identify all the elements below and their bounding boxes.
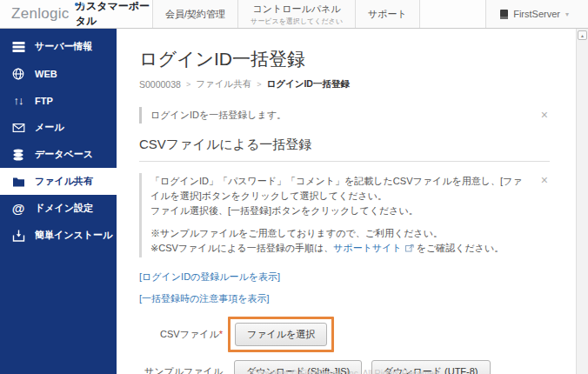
sidebar-item-server-info[interactable]: サーバー情報: [0, 33, 117, 60]
page-notice: ログインIDを一括登録します。 ×: [139, 107, 550, 124]
support-site-link[interactable]: サポートサイト: [333, 243, 402, 253]
instruction-note: ※CSVファイルによる一括登録の手順は、サポートサイトをご確認ください。: [150, 241, 527, 257]
toggle-bulk-register-notes-link[interactable]: [一括登録時の注意事項を表示]: [139, 292, 550, 305]
main-content: ログインID一括登録 S0000038 > ファイル共有 > ログインID一括登…: [117, 29, 576, 374]
breadcrumb: S0000038 > ファイル共有 > ログインID一括登録: [139, 78, 550, 90]
sidebar-item-easy-install[interactable]: 簡単インストール: [0, 222, 117, 249]
notice-text: ログインIDを一括登録します。: [150, 109, 286, 122]
sidebar-item-mail[interactable]: メール: [0, 114, 117, 141]
header-tabs: 会員/契約管理 コントロールパネル サービスを選択してください サポート: [152, 0, 420, 28]
top-header: Zenlogic カスタマーポータル 会員/契約管理 コントロールパネル サービ…: [0, 0, 588, 29]
tab-support[interactable]: サポート: [355, 0, 420, 28]
install-icon: [11, 230, 25, 242]
tab-control-panel[interactable]: コントロールパネル サービスを選択してください: [237, 0, 355, 28]
database-icon: [11, 149, 25, 161]
sidebar-item-database[interactable]: データベース: [0, 141, 117, 168]
tab-sublabel: サービスを選択してください: [251, 17, 343, 26]
note-suffix: をご確認ください。: [417, 243, 504, 253]
sidebar-item-label: ファイル共有: [35, 175, 93, 188]
note-prefix: ※CSVファイルによる一括登録の手順は、: [150, 243, 333, 253]
choose-file-button[interactable]: ファイルを選択: [235, 323, 327, 346]
sidebar-item-domain-settings[interactable]: @ ドメイン設定: [0, 195, 117, 222]
logo-dot-icon: [81, 3, 84, 6]
annotation-highlight-box: ファイルを選択: [228, 317, 334, 352]
vertical-scrollbar[interactable]: ▲: [576, 29, 588, 374]
tab-label: 会員/契約管理: [165, 8, 225, 21]
close-icon[interactable]: ×: [539, 109, 550, 121]
server-icon: [11, 41, 25, 53]
chevron-down-icon: ▾: [565, 10, 569, 18]
section-title: CSVファイルによる一括登録: [139, 137, 550, 162]
breadcrumb-current-page: ログインID一括登録: [266, 78, 349, 90]
copyright-text: Copyright © FirstServer, Inc. All Rights…: [117, 369, 576, 374]
scroll-up-arrow-icon[interactable]: ▲: [578, 30, 587, 40]
sidebar-nav: サーバー情報 WEB ↑↓ FTP メール データベース ファイル共有 @ ドメ: [0, 29, 117, 374]
tab-label: サポート: [368, 8, 407, 21]
tab-label: コントロールパネル: [252, 3, 340, 16]
tab-member-contract[interactable]: 会員/契約管理: [152, 0, 237, 28]
breadcrumb-file-share[interactable]: ファイル共有: [196, 78, 251, 90]
zenlogic-logo[interactable]: Zenlogic カスタマーポータル: [0, 0, 152, 28]
sidebar-item-ftp[interactable]: ↑↓ FTP: [0, 87, 117, 114]
csv-file-label: CSVファイル*: [139, 328, 223, 341]
at-icon: @: [11, 202, 25, 215]
breadcrumb-separator: >: [251, 80, 266, 89]
external-link-icon: [405, 242, 414, 257]
instruction-line: ファイル選択後、[一括登録]ボタンをクリックしてください。: [150, 204, 527, 218]
sidebar-item-label: WEB: [35, 69, 57, 79]
mail-icon: [11, 122, 25, 134]
sidebar-item-label: FTP: [35, 96, 53, 106]
close-icon[interactable]: ×: [539, 174, 550, 186]
sidebar-item-label: 簡単インストール: [35, 229, 112, 242]
account-menu[interactable]: FirstServer ▾: [485, 0, 588, 28]
logo-brand-text: Zenlogic: [11, 5, 70, 23]
breadcrumb-account-id[interactable]: S0000038: [139, 79, 181, 90]
globe-icon: [11, 68, 25, 80]
ftp-arrows-icon: ↑↓: [11, 95, 25, 106]
account-name: FirstServer: [513, 9, 560, 19]
instructions-box: × 「ログインID」「パスワード」「コメント」を記載したCSVファイルを用意し、…: [139, 173, 550, 257]
sidebar-item-web[interactable]: WEB: [0, 60, 117, 87]
breadcrumb-separator: >: [181, 80, 196, 89]
logo-suffix-text: カスタマーポータル: [76, 0, 152, 29]
required-asterisk: *: [219, 329, 223, 339]
sidebar-item-label: ドメイン設定: [35, 202, 93, 215]
sidebar-item-label: サーバー情報: [35, 40, 93, 53]
csv-file-row: CSVファイル* ファイルを選択: [139, 317, 550, 352]
sidebar-item-label: データベース: [35, 148, 93, 161]
logo-dot-icon: [75, 3, 78, 6]
instruction-note: ※サンプルファイルをご用意しておりますので、ご利用ください。: [150, 226, 527, 241]
folder-icon: [11, 176, 25, 188]
page-title: ログインID一括登録: [139, 47, 550, 71]
sidebar-item-label: メール: [35, 121, 64, 134]
toggle-login-id-rules-link[interactable]: [ログインIDの登録ルールを表示]: [139, 270, 550, 284]
instruction-line: 「ログインID」「パスワード」「コメント」を記載したCSVファイルを用意し、[フ…: [150, 174, 527, 204]
sidebar-item-file-share[interactable]: ファイル共有: [0, 168, 117, 195]
server-chip-icon: [500, 10, 508, 19]
bulk-register-form: CSVファイル* ファイルを選択 サンプルファイル ダウンロード (Shift-…: [139, 317, 550, 374]
